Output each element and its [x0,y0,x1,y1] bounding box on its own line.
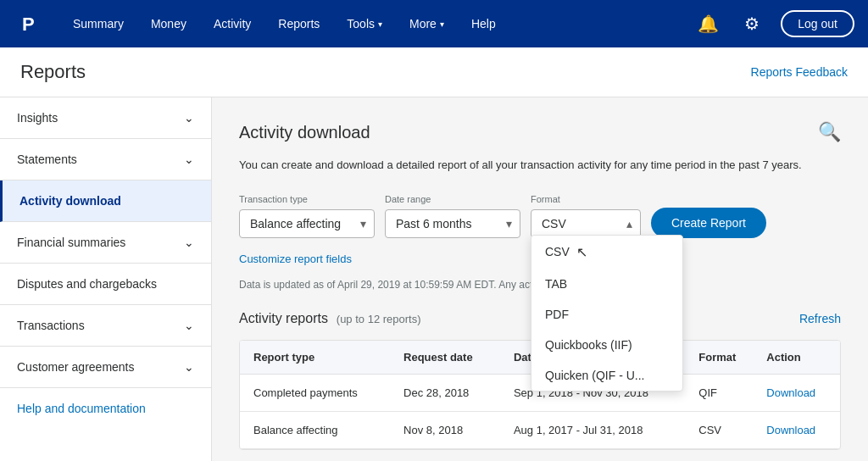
sidebar-item-customer-agreements[interactable]: Customer agreements ⌄ [0,347,211,388]
nav-help[interactable]: Help [459,10,508,37]
sidebar-item-statements[interactable]: Statements ⌄ [0,139,211,181]
activity-reports-title: Activity reports [239,311,328,325]
statements-chevron-icon: ⌄ [184,153,194,166]
topnav-actions: 🔔 ⚙ Log out [693,8,854,39]
format-dropdown: CSV ↖ TAB PDF Quickbooks (IIF) Quicken (… [531,235,683,392]
sidebar-item-financial-summaries[interactable]: Financial summaries ⌄ [0,222,211,264]
more-chevron-icon: ▾ [440,19,444,29]
row1-action: Download [753,374,840,411]
transaction-type-select-wrapper: Balance affecting [239,209,375,238]
financial-summaries-chevron-icon: ⌄ [184,236,194,249]
refresh-link[interactable]: Refresh [799,312,841,325]
date-range-label: Date range [385,194,520,204]
date-range-select[interactable]: Past 6 months [385,209,520,238]
sidebar-item-disputes[interactable]: Disputes and chargebacks [0,264,211,305]
col-report-type: Report type [240,341,390,375]
nav-money[interactable]: Money [139,10,198,37]
sidebar: Insights ⌄ Statements ⌄ Activity downloa… [0,97,212,461]
sidebar-item-transactions[interactable]: Transactions ⌄ [0,305,211,347]
page-header: Reports Reports Feedback [0,47,868,97]
statements-label: Statements [17,153,77,166]
col-request-date: Request date [390,341,500,375]
nav-reports[interactable]: Reports [266,10,331,37]
csv-label: CSV [545,245,570,258]
create-report-button[interactable]: Create Report [651,208,766,238]
format-label: Format [531,194,641,204]
transaction-type-label: Transaction type [239,194,375,204]
row2-date-range: Aug 1, 2017 - Jul 31, 2018 [500,411,685,448]
dropdown-option-quickbooks[interactable]: Quickbooks (IIF) [531,330,682,360]
transactions-label: Transactions [17,319,85,332]
col-format: Format [685,341,753,375]
nav-more[interactable]: More ▾ [398,10,456,37]
row1-report-type: Completed payments [240,374,390,411]
row1-download-link[interactable]: Download [766,386,815,399]
quickbooks-label: Quickbooks (IIF) [545,338,632,352]
row1-request-date: Dec 28, 2018 [390,374,500,411]
customize-report-fields-link[interactable]: Customize report fields [239,253,352,265]
content-title-row: Activity download 🔍 [239,121,841,143]
settings-icon[interactable]: ⚙ [737,8,767,39]
dropdown-option-tab[interactable]: TAB [531,269,682,299]
main-content: Activity download 🔍 You can create and d… [212,97,868,461]
sidebar-help-link[interactable]: Help and documentation [0,388,211,429]
nav-tools[interactable]: Tools ▾ [335,10,394,37]
svg-text:P: P [22,14,35,35]
nav-activity[interactable]: Activity [202,10,263,37]
topnav: P Summary Money Activity Reports Tools ▾… [0,0,868,47]
tab-label: TAB [545,277,567,291]
logout-button[interactable]: Log out [781,10,854,37]
row1-format: QIF [685,374,753,411]
row2-request-date: Nov 8, 2018 [390,411,500,448]
notifications-icon[interactable]: 🔔 [693,8,723,39]
transaction-type-select[interactable]: Balance affecting [239,209,375,238]
activity-description: You can create and download a detailed r… [239,157,841,174]
sidebar-item-activity-download[interactable]: Activity download [0,181,211,222]
quicken-label: Quicken (QIF - U... [545,369,644,382]
financial-summaries-label: Financial summaries [17,236,125,249]
nav-summary[interactable]: Summary [61,10,136,37]
paypal-logo: P [14,7,47,41]
dropdown-option-quicken[interactable]: Quicken (QIF - U... [531,360,682,391]
format-group: Format CSV CSV ↖ TAB PDF [531,194,641,238]
row2-report-type: Balance affecting [240,411,390,448]
pdf-label: PDF [545,308,569,321]
insights-label: Insights [17,111,58,125]
page-title: Reports [20,61,86,83]
customer-agreements-chevron-icon: ⌄ [184,360,194,374]
activity-download-label: Activity download [19,194,121,208]
date-range-select-wrapper: Past 6 months [385,209,520,238]
customer-agreements-label: Customer agreements [17,360,135,374]
row2-action: Download [753,411,840,448]
dropdown-option-pdf[interactable]: PDF [531,299,682,330]
sidebar-item-insights[interactable]: Insights ⌄ [0,97,211,139]
cursor-icon: ↖ [576,244,587,260]
tools-chevron-icon: ▾ [378,19,382,29]
reports-feedback-link[interactable]: Reports Feedback [751,65,848,79]
search-icon[interactable]: 🔍 [818,121,841,143]
topnav-links: Summary Money Activity Reports Tools ▾ M… [61,10,693,37]
row2-format: CSV [685,411,753,448]
form-row: Transaction type Balance affecting Date … [239,194,841,238]
format-select[interactable]: CSV [531,209,641,238]
transactions-chevron-icon: ⌄ [184,319,194,332]
disputes-label: Disputes and chargebacks [17,277,157,291]
table-row: Balance affecting Nov 8, 2018 Aug 1, 201… [240,411,840,448]
dropdown-option-csv[interactable]: CSV ↖ [531,236,682,269]
activity-download-heading: Activity download [239,123,370,142]
main-layout: Insights ⌄ Statements ⌄ Activity downloa… [0,97,868,461]
date-range-group: Date range Past 6 months [385,194,520,238]
insights-chevron-icon: ⌄ [184,111,194,125]
activity-reports-title-group: Activity reports (up to 12 reports) [239,311,421,326]
transaction-type-group: Transaction type Balance affecting [239,194,375,238]
row2-download-link[interactable]: Download [766,424,815,436]
format-select-wrapper: CSV [531,209,641,238]
col-action: Action [753,341,840,375]
activity-reports-subtitle: (up to 12 reports) [337,313,421,325]
